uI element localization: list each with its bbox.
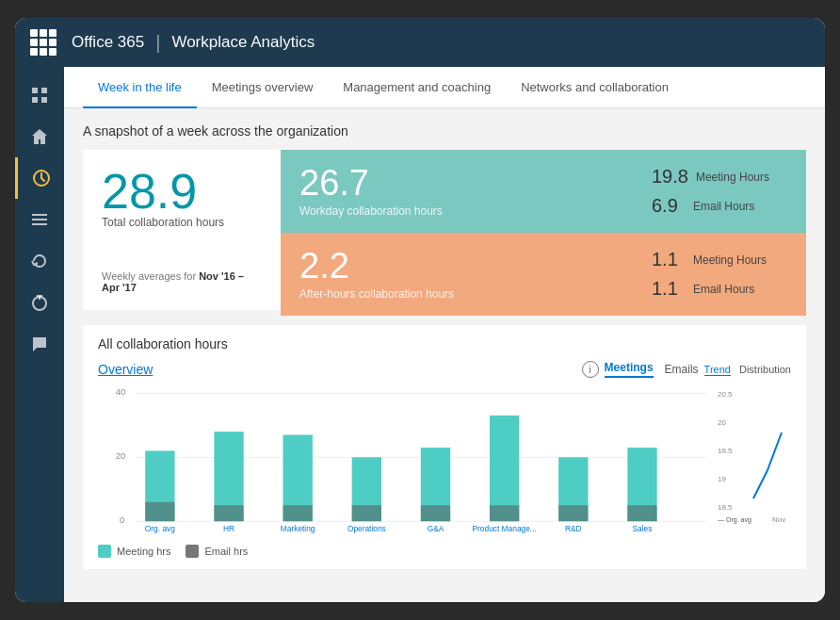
- grid-icon[interactable]: [30, 29, 57, 56]
- workday-meeting-label: Meeting Hours: [696, 171, 769, 184]
- svg-rect-2: [32, 97, 38, 103]
- kpi-row: 28.9 Total collaboration hours Weekly av…: [83, 150, 806, 310]
- chart-section: All collaboration hours Overview i Meeti…: [83, 325, 806, 569]
- nav-tabs: Week in the life Meetings overview Manag…: [64, 67, 825, 108]
- info-icon[interactable]: i: [582, 361, 599, 378]
- chart-tabs-right: Meetings Emails: [605, 361, 699, 378]
- workday-stats: 19.8 Meeting Hours 6.9 Email Hours: [637, 150, 806, 233]
- bar-hr-email: [214, 505, 243, 521]
- svg-text:18.5: 18.5: [718, 503, 733, 512]
- legend-email-label: Email hrs: [204, 546, 248, 557]
- mini-line-chart: 20.5 20 19.5 19 18.5 Nov — Org. avg: [716, 385, 791, 558]
- svg-text:19.5: 19.5: [718, 447, 733, 455]
- chart-sub-trend[interactable]: Trend: [704, 364, 731, 376]
- afterhours-value: 2.2: [299, 248, 618, 284]
- workday-value: 26.7: [299, 165, 618, 201]
- bar-chart: 40 20 0 Org. av: [98, 385, 708, 558]
- chart-overview-tab[interactable]: Overview: [98, 362, 153, 377]
- svg-text:Product Manage...: Product Manage...: [472, 524, 536, 533]
- sidebar-item-chat[interactable]: [15, 323, 64, 365]
- chart-area: 40 20 0 Org. av: [98, 385, 791, 558]
- bar-rd-email: [558, 505, 588, 521]
- svg-text:19: 19: [718, 475, 726, 483]
- period-label: Weekly averages for Nov '16 – Apr '17: [102, 270, 262, 293]
- chart-sub-tabs: Trend Distribution: [704, 364, 791, 375]
- afterhours-meeting-row: 1.1 Meeting Hours: [652, 249, 791, 270]
- svg-text:G&A: G&A: [428, 524, 444, 533]
- svg-rect-7: [32, 223, 47, 225]
- workday-email-row: 6.9 Email Hours: [652, 195, 791, 217]
- tab-meetings-overview[interactable]: Meetings overview: [197, 67, 329, 108]
- bar-sales-email: [627, 505, 656, 521]
- kpi-total-collab: 28.9 Total collaboration hours Weekly av…: [83, 150, 281, 310]
- bar-productmgr-email: [490, 505, 519, 521]
- divider: |: [155, 32, 160, 54]
- svg-text:R&D: R&D: [565, 524, 582, 533]
- workday-meeting-row: 19.8 Meeting Hours: [652, 166, 791, 188]
- legend-email-dot: [186, 545, 199, 558]
- mini-chart-line: [753, 432, 782, 498]
- tab-networks-collaboration[interactable]: Networks and collaboration: [506, 67, 684, 108]
- svg-text:— Org. avg: — Org. avg: [718, 516, 751, 524]
- svg-text:Nov: Nov: [772, 515, 785, 524]
- svg-text:Sales: Sales: [632, 524, 652, 533]
- total-collab-label: Total collaboration hours: [102, 216, 262, 229]
- sidebar-item-clock[interactable]: [15, 157, 64, 199]
- all-collab-title: All collaboration hours: [98, 336, 791, 351]
- chart-sub-distribution[interactable]: Distribution: [739, 364, 791, 375]
- bar-marketing-email: [283, 505, 312, 521]
- workday-label: Workday collaboration hours: [299, 204, 618, 218]
- total-collab-value: 28.9: [102, 167, 262, 216]
- page-body: A snapshot of a week across the organiza…: [64, 108, 825, 602]
- chart-tab-emails[interactable]: Emails: [665, 363, 699, 376]
- app-name: Office 365: [72, 33, 144, 52]
- top-bar: Office 365 | Workplace Analytics: [15, 18, 825, 67]
- svg-text:40: 40: [116, 386, 125, 397]
- svg-text:20: 20: [116, 450, 125, 461]
- afterhours-email-label: Email Hours: [693, 283, 754, 296]
- snapshot-title: A snapshot of a week across the organiza…: [83, 123, 806, 139]
- afterhours-meeting-value: 1.1: [652, 249, 686, 270]
- legend-email-hrs: Email hrs: [186, 545, 248, 558]
- svg-text:Marketing: Marketing: [281, 524, 315, 533]
- mini-chart-svg: 20.5 20 19.5 19 18.5 Nov — Org. avg: [716, 385, 791, 527]
- svg-rect-6: [32, 219, 47, 220]
- svg-rect-9: [37, 295, 42, 297]
- svg-text:Operations: Operations: [347, 524, 386, 533]
- bar-operations-email: [352, 505, 381, 521]
- svg-text:Org. avg: Org. avg: [145, 524, 175, 533]
- svg-rect-0: [32, 88, 38, 93]
- bar-orgavg-email: [145, 502, 174, 521]
- chart-tab-meetings[interactable]: Meetings: [605, 361, 654, 378]
- sidebar-item-refresh[interactable]: [15, 240, 64, 282]
- tab-management-coaching[interactable]: Management and coaching: [328, 67, 506, 108]
- svg-text:HR: HR: [223, 524, 234, 533]
- kpi-afterhours-center: 2.2 After-hours collaboration hours: [281, 233, 637, 316]
- sidebar-item-home[interactable]: [15, 116, 64, 157]
- afterhours-email-row: 1.1 Email Hours: [652, 278, 791, 300]
- afterhours-meeting-label: Meeting Hours: [693, 253, 767, 267]
- tab-week-in-life[interactable]: Week in the life: [83, 67, 197, 108]
- sidebar-item-timer[interactable]: [15, 282, 64, 323]
- sidebar-item-grid[interactable]: [15, 74, 64, 116]
- sidebar: [15, 67, 64, 602]
- afterhours-label: After-hours collaboration hours: [299, 287, 618, 301]
- svg-rect-1: [41, 88, 47, 93]
- legend-meeting-hrs: Meeting hrs: [98, 545, 170, 558]
- workday-email-label: Email Hours: [693, 200, 754, 213]
- svg-rect-3: [41, 97, 47, 103]
- kpi-right: 26.7 Workday collaboration hours 19.8 Me…: [281, 150, 806, 310]
- bar-gna-email: [421, 505, 450, 521]
- afterhours-stats: 1.1 Meeting Hours 1.1 Email Hours: [637, 233, 806, 316]
- sidebar-item-list[interactable]: [15, 199, 64, 240]
- svg-text:20: 20: [718, 418, 726, 427]
- legend-meeting-label: Meeting hrs: [117, 546, 170, 557]
- kpi-workday-center: 26.7 Workday collaboration hours: [281, 150, 637, 233]
- afterhours-email-value: 1.1: [652, 278, 686, 300]
- svg-rect-5: [32, 214, 47, 216]
- svg-text:0: 0: [120, 514, 124, 525]
- chart-header: Overview i Meetings Emails Trend Distrib…: [98, 361, 791, 378]
- bar-chart-svg: 40 20 0 Org. av: [98, 385, 708, 533]
- kpi-workday-section: 26.7 Workday collaboration hours 19.8 Me…: [281, 150, 806, 233]
- kpi-afterhours-section: 2.2 After-hours collaboration hours 1.1 …: [281, 233, 806, 316]
